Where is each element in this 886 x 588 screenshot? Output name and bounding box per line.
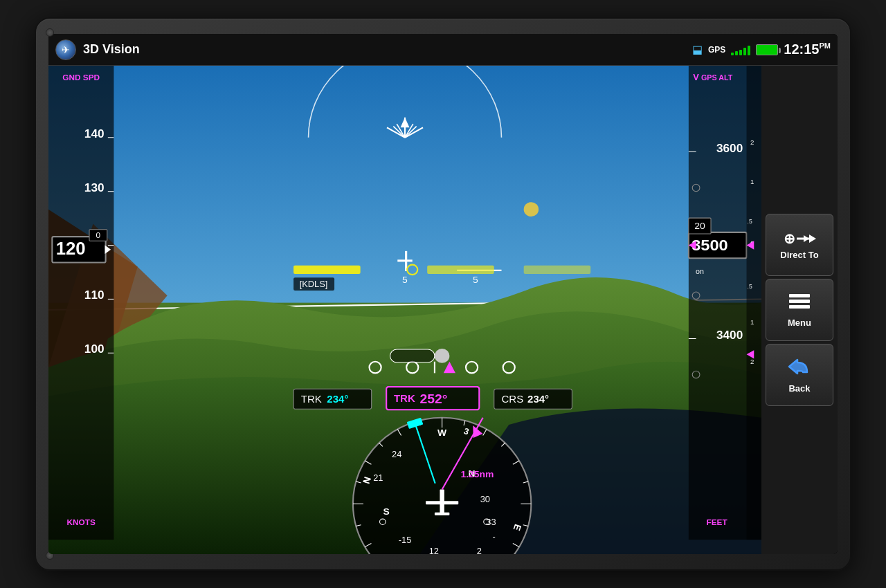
svg-text:12: 12 [429, 546, 439, 554]
svg-text:TRK: TRK [394, 393, 415, 404]
svg-text:5: 5 [402, 275, 408, 285]
svg-text:5: 5 [473, 275, 478, 285]
svg-text:252°: 252° [419, 392, 447, 406]
main-content: [KDLS] 5 5 GND SPD 140 130 120 110 100 [48, 66, 838, 554]
status-area: ⬓ GPS 12:15PM [692, 42, 831, 57]
svg-text:120: 120 [56, 239, 86, 258]
svg-text:2: 2 [477, 546, 482, 554]
menu-label: Menu [788, 318, 811, 328]
svg-marker-143 [804, 235, 809, 242]
svg-text:1: 1 [750, 318, 754, 326]
svg-text:234°: 234° [327, 394, 348, 405]
back-icon [788, 357, 811, 380]
signal-bar-2 [735, 51, 738, 55]
header-bar: 3D Vision ⬓ GPS 12:15PM [48, 34, 838, 66]
svg-point-29 [435, 349, 449, 363]
app-title: 3D Vision [83, 42, 692, 57]
svg-text:20: 20 [694, 221, 705, 231]
direct-to-label: Direct To [780, 250, 818, 260]
svg-rect-145 [789, 300, 810, 303]
direct-to-icon: ⊕ [784, 230, 816, 247]
svg-text:1: 1 [750, 178, 754, 185]
svg-text:3500: 3500 [691, 236, 727, 254]
battery-icon [756, 44, 778, 55]
svg-rect-144 [789, 294, 810, 297]
svg-rect-19 [427, 266, 494, 274]
svg-text:FEET: FEET [707, 518, 727, 527]
svg-text:on: on [696, 267, 704, 275]
direct-to-button[interactable]: ⊕ Direct To [766, 214, 833, 276]
time-ampm: PM [820, 42, 831, 50]
svg-text:KNOTS: KNOTS [67, 518, 96, 527]
screw-top-left [46, 28, 54, 37]
svg-text:234°: 234° [527, 394, 549, 405]
svg-text:100: 100 [84, 343, 105, 356]
svg-text:30: 30 [480, 495, 490, 504]
svg-text:GPS ALT: GPS ALT [701, 73, 733, 82]
svg-text:21: 21 [373, 473, 383, 483]
svg-text:0: 0 [96, 230, 101, 239]
svg-text:3400: 3400 [716, 329, 743, 342]
svg-text:[KDLS]: [KDLS] [300, 279, 328, 289]
side-buttons: ⊕ Direct To [761, 66, 838, 554]
signal-bar-3 [739, 50, 742, 55]
svg-text:24: 24 [392, 450, 401, 459]
svg-rect-146 [789, 305, 810, 309]
back-label: Back [788, 383, 810, 394]
signal-bar-1 [731, 53, 734, 55]
svg-point-17 [524, 202, 539, 217]
svg-rect-20 [524, 266, 591, 274]
bluetooth-icon: ⬓ [692, 43, 703, 56]
svg-text:GND SPD: GND SPD [62, 73, 100, 82]
svg-text:CRS: CRS [501, 394, 523, 405]
signal-bar-5 [748, 46, 750, 55]
svg-text:130: 130 [84, 181, 105, 194]
svg-text:140: 140 [84, 127, 105, 140]
svg-marker-142 [809, 235, 816, 243]
gps-label: GPS [708, 45, 725, 55]
svg-text:2: 2 [750, 358, 754, 365]
svg-rect-18 [293, 266, 361, 274]
svg-rect-134 [426, 501, 458, 504]
svg-text:TRK: TRK [301, 394, 322, 405]
flight-instruments-svg: [KDLS] 5 5 GND SPD 140 130 120 110 100 [48, 66, 761, 554]
back-button[interactable]: Back [766, 344, 833, 406]
svg-text:1.25nm: 1.25nm [460, 469, 494, 479]
device-shell: 3D Vision ⬓ GPS 12:15PM [35, 17, 851, 571]
svg-text:2: 2 [750, 138, 754, 146]
svg-text:-15: -15 [399, 536, 412, 546]
svg-text:S: S [383, 506, 390, 517]
svg-text:110: 110 [84, 289, 105, 302]
time-value: 12:15 [784, 42, 819, 57]
svg-rect-68 [747, 66, 761, 540]
svg-text:.5: .5 [748, 219, 752, 226]
menu-icon [788, 293, 811, 315]
svg-rect-135 [435, 513, 449, 515]
menu-button[interactable]: Menu [766, 279, 833, 341]
time-display: 12:15PM [784, 42, 831, 57]
flight-display[interactable]: [KDLS] 5 5 GND SPD 140 130 120 110 100 [48, 66, 761, 554]
app-icon [55, 39, 76, 60]
svg-text:.5: .5 [748, 283, 752, 290]
svg-text:W: W [437, 428, 446, 438]
svg-text:-: - [493, 532, 496, 542]
direct-to-arrow-icon [797, 232, 816, 245]
svg-text:V: V [693, 73, 699, 82]
svg-rect-28 [390, 349, 435, 362]
device-screen: 3D Vision ⬓ GPS 12:15PM [48, 34, 838, 554]
signal-bars [731, 44, 750, 55]
signal-bar-4 [743, 48, 746, 55]
svg-text:3600: 3600 [716, 142, 743, 155]
